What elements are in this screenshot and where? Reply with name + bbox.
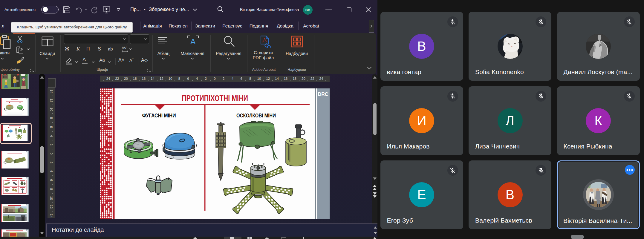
svg-text:ПРОТИПІХОТНІ МІНИ: ПРОТИПІХОТНІ МІНИ xyxy=(182,94,248,103)
svg-text:ОСКОЛКОВІ МІНИ: ОСКОЛКОВІ МІНИ xyxy=(236,113,276,119)
svg-text:DRC: DRC xyxy=(318,92,328,97)
svg-text:ФУГАСНІ МІНИ: ФУГАСНІ МІНИ xyxy=(142,113,176,119)
svg-text:A: A xyxy=(190,37,196,46)
